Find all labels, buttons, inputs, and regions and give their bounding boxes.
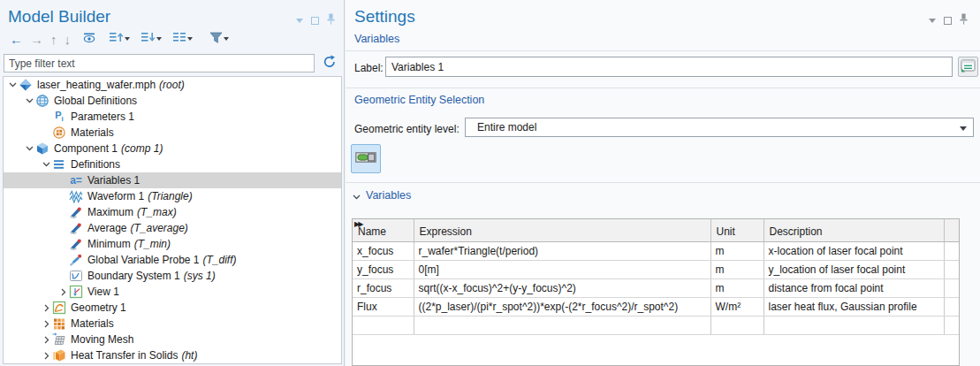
tree-item-average[interactable]: Average (T_average)	[4, 220, 341, 236]
rename-button[interactable]	[958, 57, 978, 77]
tree-item-maximum[interactable]: Maximum (T_max)	[4, 204, 341, 220]
tree-item-parameters[interactable]: Pi Parameters 1	[4, 109, 341, 125]
cell-description[interactable]: laser heat flux, Gaussian profile	[763, 297, 944, 316]
resize-columns-icon[interactable]: ▶▶	[354, 220, 361, 228]
tree-item-label: Minimum	[87, 238, 131, 250]
collapse-chevron-icon[interactable]	[41, 350, 52, 362]
cell-expression[interactable]: r_wafer*Triangle(t/period)	[414, 241, 710, 260]
tree-item-heat-transfer[interactable]: Heat Transfer in Solids (ht)	[4, 347, 341, 363]
forward-button[interactable]: →	[27, 30, 47, 48]
cell-expression[interactable]: 0[m]	[414, 260, 710, 278]
variables-table: ▶▶ Name Expression Unit Description x_fo…	[352, 218, 960, 366]
chevron-down-icon[interactable]	[929, 19, 936, 23]
parameters-icon: Pi	[52, 110, 66, 124]
restore-icon[interactable]	[311, 17, 319, 25]
collapse-button[interactable]	[106, 30, 138, 48]
collapse-chevron-icon[interactable]	[41, 302, 52, 314]
pin-icon[interactable]	[960, 12, 968, 28]
materials-grid-icon	[52, 316, 66, 331]
collapse-chevron-icon[interactable]	[41, 318, 52, 330]
cell-expression[interactable]	[414, 316, 710, 334]
move-down-button[interactable]: ↓	[61, 30, 75, 48]
tree-item-global-materials[interactable]: Materials	[4, 125, 341, 141]
cell-name[interactable]: x_focus	[353, 241, 414, 260]
waveform-icon	[69, 189, 83, 203]
model-builder-panel: Model Builder ← → ↑ ↓	[0, 0, 345, 366]
geometric-entity-level-value: Entire model	[477, 121, 536, 133]
tree-item-component-1[interactable]: Component 1 (comp 1)	[4, 141, 341, 156]
dropdown-caret-icon	[156, 37, 162, 41]
expand-chevron-icon[interactable]	[24, 95, 35, 107]
tree-item-geometry-1[interactable]: Geometry 1	[4, 300, 341, 316]
settings-window-controls	[929, 12, 968, 28]
geometric-entity-level-select[interactable]: Entire model	[465, 118, 974, 137]
column-header-expression[interactable]: Expression	[414, 219, 710, 241]
cell-name[interactable]: y_focus	[353, 260, 414, 278]
cell-expression[interactable]: ((2*p_laser)/(pi*r_spot^2))*exp(-(2*r_fo…	[414, 297, 710, 316]
cell-spacer	[944, 316, 959, 334]
collapse-chevron-icon[interactable]	[57, 286, 69, 298]
select-caret-icon	[960, 126, 967, 131]
label-input[interactable]	[385, 57, 953, 77]
collapse-chevron-icon[interactable]	[41, 334, 52, 346]
tree-item-label: Global Variable Probe 1	[87, 254, 200, 266]
geometric-entity-selection-header[interactable]: Geometric Entity Selection	[354, 94, 484, 106]
column-header-description[interactable]: Description	[763, 219, 944, 241]
tree-item-moving-mesh[interactable]: Moving Mesh	[4, 332, 341, 347]
cell-description[interactable]: x-location of laser focal point	[763, 241, 944, 260]
tree-item-component-materials[interactable]: Materials	[4, 316, 341, 332]
cell-description[interactable]: distance from focal point	[763, 278, 944, 297]
filter-button[interactable]	[206, 30, 237, 48]
tree-item-label: Materials	[71, 317, 114, 330]
section-collapse-chevron-icon	[353, 187, 361, 203]
tree-item-global-variable-probe-1[interactable]: Global Variable Probe 1 (T_diff)	[4, 252, 341, 268]
column-header-unit[interactable]: Unit	[710, 219, 763, 241]
tree-item-view-1[interactable]: View 1	[4, 284, 341, 300]
tree-item-boundary-system-1[interactable]: Boundary System 1 (sys 1)	[4, 268, 341, 284]
tree-item-label: Parameters 1	[71, 111, 134, 123]
show-button[interactable]	[80, 30, 101, 48]
tree-filter-input[interactable]	[4, 54, 315, 72]
move-up-button[interactable]: ↑	[47, 30, 61, 48]
tree-item-label: laser_heating_wafer.mph	[37, 79, 156, 91]
cell-unit	[710, 316, 763, 334]
tree-item-variables-1[interactable]: a= Variables 1	[4, 172, 341, 188]
cell-description[interactable]	[763, 316, 944, 334]
node-text-button[interactable]	[170, 30, 201, 48]
expand-list-icon	[141, 31, 156, 47]
chevron-down-icon[interactable]	[296, 19, 303, 23]
tree-item-definitions[interactable]: Definitions	[4, 156, 341, 172]
back-button[interactable]: ←	[6, 30, 27, 48]
cell-expression[interactable]: sqrt((x-x_focus)^2+(y-y_focus)^2)	[414, 278, 710, 297]
tree-item-label: Materials	[71, 126, 114, 139]
tree-item-root[interactable]: laser_heating_wafer.mph (root)	[4, 77, 341, 93]
cell-name[interactable]: r_focus	[353, 278, 414, 297]
model-builder-title: Model Builder	[8, 7, 110, 27]
geometric-entity-level-caption: Geometric entity level:	[354, 123, 460, 135]
separator	[346, 50, 980, 51]
cell-name[interactable]	[353, 316, 414, 334]
cell-description[interactable]: y_location of laser focal point	[763, 260, 944, 278]
column-header-spacer	[944, 219, 959, 241]
pin-icon[interactable]	[327, 12, 335, 28]
definitions-list-icon	[52, 157, 66, 172]
heat-transfer-cube-icon	[52, 348, 66, 362]
tree-item-tag: (Triangle)	[148, 190, 192, 202]
collapse-list-icon	[110, 31, 124, 47]
tree-item-label: Boundary System 1	[87, 270, 180, 282]
active-selection-toggle-button[interactable]	[351, 144, 381, 173]
refresh-button[interactable]	[320, 55, 339, 72]
tree-item-minimum[interactable]: Minimum (T_min)	[4, 236, 341, 252]
tree-item-global-definitions[interactable]: Global Definitions	[4, 93, 341, 109]
restore-icon[interactable]	[944, 17, 952, 25]
expand-button[interactable]	[138, 30, 170, 48]
variables-section-header[interactable]: Variables	[353, 187, 411, 203]
expand-chevron-icon[interactable]	[24, 143, 35, 155]
tree-item-waveform-1[interactable]: Waveform 1 (Triangle)	[4, 188, 341, 204]
tree-item-tag: (sys 1)	[184, 270, 216, 282]
expand-chevron-icon[interactable]	[7, 80, 19, 91]
component-cube-icon	[35, 141, 49, 156]
expand-chevron-icon[interactable]	[41, 159, 52, 171]
column-header-name[interactable]: ▶▶ Name	[353, 219, 414, 241]
cell-name[interactable]: Flux	[353, 297, 414, 316]
